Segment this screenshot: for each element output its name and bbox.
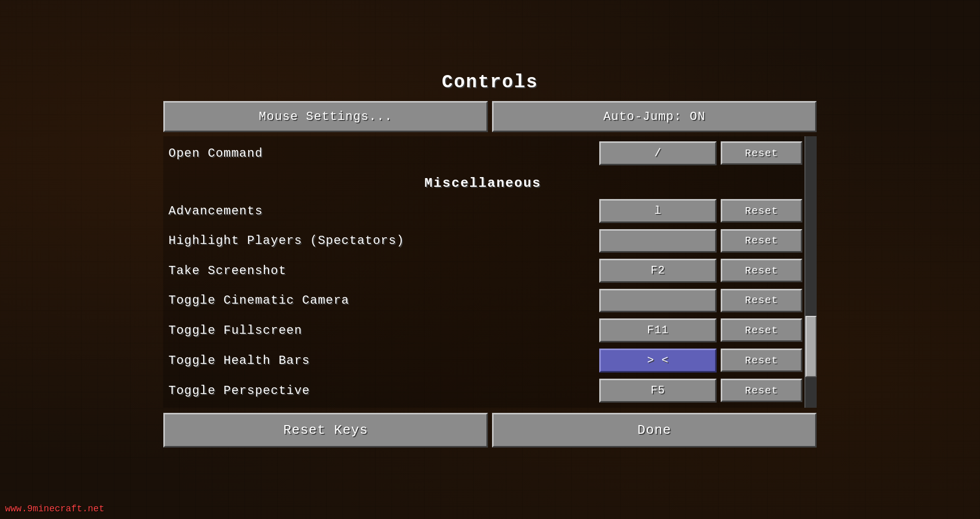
bottom-buttons-row: Reset Keys Done xyxy=(163,413,817,448)
highlight-players-controls: Reset xyxy=(599,229,802,253)
open-command-label: Open Command xyxy=(163,146,599,160)
toggle-fullscreen-controls: F11 Reset xyxy=(599,318,802,342)
toggle-health-bars-controls: > < Reset xyxy=(599,349,802,373)
top-buttons-row: Mouse Settings... Auto-Jump: ON xyxy=(163,101,817,132)
highlight-players-label: Highlight Players (Spectators) xyxy=(163,234,599,248)
toggle-health-bars-row: Toggle Health Bars > < Reset xyxy=(163,345,802,376)
scroll-area: Open Command / Reset Miscellaneous Advan… xyxy=(163,136,817,408)
toggle-cinematic-key[interactable] xyxy=(599,289,717,312)
take-screenshot-key[interactable]: F2 xyxy=(599,259,717,283)
toggle-cinematic-label: Toggle Cinematic Camera xyxy=(163,293,599,307)
toggle-cinematic-reset[interactable]: Reset xyxy=(721,289,802,312)
toggle-fullscreen-row: Toggle Fullscreen F11 Reset xyxy=(163,315,802,345)
advancements-reset[interactable]: Reset xyxy=(721,199,802,223)
toggle-cinematic-controls: Reset xyxy=(599,289,802,312)
toggle-perspective-row: Toggle Perspective F5 Reset xyxy=(163,376,802,406)
controls-panel: Controls Mouse Settings... Auto-Jump: ON… xyxy=(163,72,817,448)
scrollbar-thumb[interactable] xyxy=(805,316,817,377)
toggle-perspective-reset[interactable]: Reset xyxy=(721,379,802,402)
take-screenshot-reset[interactable]: Reset xyxy=(721,259,802,282)
advancements-key[interactable]: l xyxy=(599,199,717,223)
take-screenshot-row: Take Screenshot F2 Reset xyxy=(163,256,802,286)
highlight-players-row: Highlight Players (Spectators) Reset xyxy=(163,226,802,256)
toggle-health-bars-key[interactable]: > < xyxy=(599,349,717,373)
toggle-perspective-key[interactable]: F5 xyxy=(599,379,717,403)
watermark: www.9minecraft.net xyxy=(5,504,104,514)
done-button[interactable]: Done xyxy=(492,413,817,448)
toggle-health-bars-label: Toggle Health Bars xyxy=(163,354,599,367)
open-command-reset[interactable]: Reset xyxy=(721,141,802,165)
page-title: Controls xyxy=(442,72,538,93)
open-command-controls: / Reset xyxy=(599,141,802,165)
take-screenshot-controls: F2 Reset xyxy=(599,259,802,283)
auto-jump-button[interactable]: Auto-Jump: ON xyxy=(492,101,817,132)
take-screenshot-label: Take Screenshot xyxy=(163,264,599,278)
toggle-fullscreen-reset[interactable]: Reset xyxy=(721,318,802,342)
toggle-perspective-label: Toggle Perspective xyxy=(163,384,599,398)
advancements-controls: l Reset xyxy=(599,199,802,223)
toggle-fullscreen-key[interactable]: F11 xyxy=(599,318,717,342)
highlight-players-key[interactable] xyxy=(599,229,717,253)
scroll-container: Open Command / Reset Miscellaneous Advan… xyxy=(163,138,817,406)
reset-keys-button[interactable]: Reset Keys xyxy=(163,413,488,448)
scrollbar[interactable] xyxy=(804,136,817,408)
toggle-perspective-controls: F5 Reset xyxy=(599,379,802,403)
advancements-row: Advancements l Reset xyxy=(163,196,802,226)
toggle-fullscreen-label: Toggle Fullscreen xyxy=(163,324,599,337)
toggle-health-bars-reset[interactable]: Reset xyxy=(721,349,802,372)
miscellaneous-header: Miscellaneous xyxy=(163,168,802,196)
mouse-settings-button[interactable]: Mouse Settings... xyxy=(163,101,488,132)
highlight-players-reset[interactable]: Reset xyxy=(721,229,802,253)
toggle-cinematic-row: Toggle Cinematic Camera Reset xyxy=(163,286,802,315)
advancements-label: Advancements xyxy=(163,204,599,218)
open-command-row: Open Command / Reset xyxy=(163,138,802,168)
open-command-key[interactable]: / xyxy=(599,141,717,165)
